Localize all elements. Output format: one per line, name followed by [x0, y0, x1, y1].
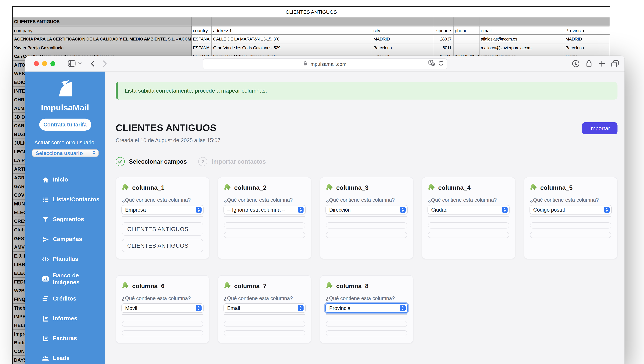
cell-country: ESPANA [192, 35, 212, 43]
column-name: columna_6 [132, 282, 164, 289]
column-type-select[interactable]: Empresa [122, 205, 204, 214]
sidebar-nav-item[interactable]: Créditos [25, 289, 105, 309]
puzzle-icon [326, 183, 333, 192]
sidebar-item-label: Inicio [53, 176, 102, 183]
zoom-button[interactable] [50, 61, 55, 66]
column-question: ¿Qué contiene esta columna? [224, 197, 305, 203]
column-header: email [480, 27, 564, 34]
funnel-icon [42, 216, 49, 223]
forward-icon[interactable] [103, 60, 107, 67]
chart-icon [42, 315, 49, 322]
puzzle-icon [428, 183, 435, 192]
select-stepper-icon [400, 207, 406, 213]
app-sidebar: ImpulsaMail Contrata tu tarifa Actuar co… [25, 72, 105, 364]
url-text: impulsamail.com [310, 61, 346, 67]
select-stepper-icon [400, 305, 406, 311]
column-header: zipcode [434, 27, 454, 34]
puzzle-icon [224, 183, 231, 192]
column-card: columna_1 ¿Qué contiene esta columna? Em… [116, 177, 210, 259]
column-type-value: Dirección [329, 207, 400, 213]
table-row: Xavier Pareja Cozcolluela ESPANA Gran Vi… [13, 44, 610, 52]
brand-name: ImpulsaMail [25, 103, 105, 113]
cell-address1: CALLE DE LA MARATóN 13-15, 3ºC [212, 35, 372, 43]
import-button[interactable]: Importar [582, 122, 618, 134]
sidebar-nav-item[interactable]: Informes [25, 309, 105, 329]
column-type-value: Móvil [125, 305, 196, 311]
sidebar-nav-item[interactable]: Inicio [25, 170, 105, 190]
column-type-select[interactable]: Móvil [122, 304, 204, 313]
sidebar-nav-item[interactable]: Campañas [25, 229, 105, 249]
sidebar-item-label: Segmentos [53, 216, 102, 223]
column-header: Provincia [564, 27, 610, 34]
sidebar-item-label: Facturas [53, 335, 102, 342]
code-icon [42, 255, 49, 263]
sidebar-item-label: Créditos [53, 295, 102, 302]
user-select-value: Selecciona usuario [36, 150, 92, 156]
column-type-value: Empresa [125, 207, 196, 213]
cell-city: MADRID [372, 35, 434, 43]
sidebar-nav-item[interactable]: Banco de Imágenes [25, 269, 105, 289]
sidebar-item-label: Listas/Contactos [53, 196, 102, 203]
column-card: columna_7 ¿Qué contiene esta columna? Em… [218, 275, 312, 343]
sample-value [326, 222, 408, 229]
sidebar-nav-item[interactable]: Leads [25, 348, 105, 364]
main-content: Lista subida correctamente, procede a ma… [105, 72, 624, 364]
step-label-import-contacts: Importar contactos [212, 158, 266, 165]
sample-value [224, 330, 305, 336]
address-bar[interactable]: impulsamail.com [202, 58, 447, 70]
sidebar-nav-item[interactable]: Listas/Contactos [25, 190, 105, 210]
sidebar-icon[interactable] [68, 60, 76, 67]
impulsamail-logo-icon [56, 79, 74, 100]
browser-window: impulsamail.com [25, 56, 625, 364]
column-type-value: -- Ignorar esta columna -- [227, 207, 298, 213]
sheet-band-row: CLIENTES ANTIGUOS [13, 17, 610, 27]
paper-plane-icon [42, 236, 49, 243]
sidebar-item-label: Informes [53, 315, 102, 322]
sheet-band-label: CLIENTES ANTIGUOS [13, 17, 192, 26]
step-number-badge: 2 [198, 157, 208, 166]
share-icon[interactable] [586, 60, 592, 68]
sample-value [326, 330, 408, 336]
sample-value [122, 321, 204, 327]
column-header: phone [454, 27, 480, 34]
steps: Seleccionar campos 2 Importar contactos [116, 157, 618, 166]
sidebar-nav-item[interactable]: Plantillas [25, 249, 105, 269]
contract-plan-button[interactable]: Contrata tu tarifa [39, 119, 91, 131]
sample-value [428, 232, 509, 238]
column-question: ¿Qué contiene esta columna? [224, 295, 305, 301]
column-type-select[interactable]: Provincia [326, 304, 408, 313]
sidebar-nav-item[interactable]: Segmentos [25, 210, 105, 229]
column-type-select[interactable]: -- Ignorar esta columna -- [224, 205, 305, 214]
sample-value [428, 222, 509, 229]
user-select[interactable]: Selecciona usuario [32, 149, 98, 157]
chevron-down-icon[interactable] [78, 62, 82, 65]
sample-value [326, 321, 408, 327]
page-subtitle: Creada el 10 de August de 2025 a las 15:… [116, 137, 220, 144]
translate-icon[interactable] [428, 60, 435, 68]
impersonate-label: Actuar como otro usuario: [25, 139, 105, 146]
reload-icon[interactable] [438, 60, 444, 68]
close-button[interactable] [34, 61, 39, 66]
column-type-select[interactable]: Ciudad [428, 205, 509, 214]
step-label-select-fields: Seleccionar campos [129, 158, 187, 165]
image-icon [42, 275, 49, 283]
column-question: ¿Qué contiene esta columna? [326, 197, 408, 203]
column-type-select[interactable]: Dirección [326, 205, 408, 214]
page-title: CLIENTES ANTIGUOS [116, 122, 220, 134]
sample-value [530, 222, 612, 229]
tabs-icon[interactable] [611, 60, 619, 67]
sidebar-item-label: Plantillas [53, 256, 102, 263]
column-type-select[interactable]: Código postal [530, 205, 612, 214]
column-type-select[interactable]: Email [224, 304, 305, 313]
back-icon[interactable] [90, 60, 95, 67]
sample-value [122, 330, 204, 336]
cell-zipcode: 28037 [434, 35, 454, 43]
minimize-button[interactable] [42, 61, 47, 66]
column-header: company [13, 27, 192, 34]
sidebar-nav-item[interactable]: Facturas [25, 329, 105, 348]
sample-value [224, 321, 305, 327]
new-tab-icon[interactable] [598, 60, 605, 67]
users-icon [42, 354, 49, 362]
download-icon[interactable] [572, 60, 580, 67]
table-row: AGENCIA PARA LA CERTIFICACIÓN DE LA CALI… [13, 35, 610, 44]
